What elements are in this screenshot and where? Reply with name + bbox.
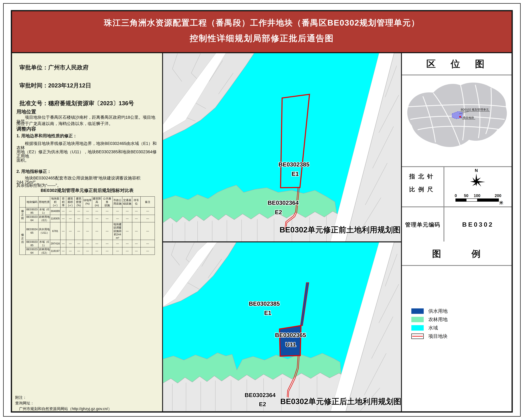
table-group-label: 修正后: [19, 222, 26, 255]
table-cell: —: [75, 240, 83, 247]
approval-doc: 批准文号：穗府番规划资源审〔2023〕136号: [19, 100, 134, 107]
scale-tick-50: 50: [463, 193, 469, 198]
table-cell: —: [102, 247, 113, 255]
table-cell: —: [60, 222, 66, 240]
label-e1: E1: [292, 170, 299, 177]
legend-item: 项目地块: [411, 333, 448, 339]
scale-label: 比例尺: [402, 185, 444, 193]
legend-plot-line: [412, 336, 423, 336]
table-cell: —: [140, 222, 155, 240]
table-title: BE0302规划管理单元修正前后规划指标对比表: [12, 187, 162, 193]
table-header-cell: 建筑 面积 (㎡): [66, 196, 75, 207]
adjust-item2-line2: 其余指标控制为“——”。: [17, 183, 158, 187]
legend-label: 项目地块: [428, 333, 448, 339]
legend-label: 供水用地: [428, 308, 448, 314]
table-cell: —: [75, 222, 83, 240]
table-cell: —: [132, 247, 140, 255]
approval-unit: 审批单位：广州市人民政府: [19, 64, 88, 71]
table-cell: —: [132, 222, 140, 240]
table-cell: —: [102, 215, 113, 222]
table-cell: —: [75, 247, 83, 255]
adjust-item1-line2: 用地（E2）修正为供水用地（U11），地块BE0302385和地块BE03023…: [17, 150, 158, 158]
table-cell: —: [75, 207, 83, 215]
compare-table: 地块编码用地性质地块面积 (㎡)容积 率建筑 面积 (㎡)建筑 密度 (%)绿地…: [19, 196, 155, 255]
table-cell: 6781: [50, 222, 60, 240]
table-cell: —: [83, 222, 92, 240]
scale-tick-200: 200: [494, 193, 502, 198]
legend-swatch: [411, 325, 424, 331]
table-cell: —: [83, 215, 92, 222]
north-arrow-label: 指北针: [402, 173, 444, 180]
page-title-line2: 控制性详细规划局部修正批后通告图: [12, 33, 512, 44]
table-row: BE0302364农林用地（E2）118305——————————: [19, 215, 155, 222]
table-header-cell: 备注: [140, 196, 155, 207]
info-panel: 审批单位：广州市人民政府 审批时间：2023年12月12日 批准文号：穗府番规划…: [12, 53, 162, 411]
divider-loc-map: [402, 166, 512, 167]
table-cell: —: [83, 247, 92, 255]
map-before-caption: BE0302单元修正前土地利用规划图: [279, 225, 401, 234]
notes-title: 附注：: [15, 395, 158, 400]
table-cell: —: [92, 247, 102, 255]
adjust-item1-line3: 面积。: [17, 158, 158, 162]
table-header-cell: [19, 196, 26, 207]
table-cell: —: [140, 247, 155, 255]
divider-header: [12, 52, 512, 53]
location-heading: 用地位置: [17, 109, 36, 115]
table-cell: —: [102, 207, 113, 215]
compass-nw-spike: [472, 177, 476, 182]
table-header-cell: 地块编码: [26, 196, 38, 207]
divider-maps-sidebar: [401, 52, 402, 411]
legend-swatch: [411, 317, 424, 322]
table-cell: —: [60, 247, 66, 255]
table-cell: —: [122, 222, 132, 240]
table-header-cell: 建筑限高 (m): [92, 196, 102, 207]
table-header-cell: 用地性质: [38, 196, 50, 207]
table-cell: —: [140, 240, 155, 247]
table-cell: —: [132, 207, 140, 215]
location-map: BD0102 规划管理单元 项目地块: [402, 75, 512, 166]
table-cell: —: [102, 240, 113, 247]
adjust-item1-title: 1. 用地边界和用地性质的修正：: [17, 133, 158, 139]
compass-rose: N: [464, 168, 488, 191]
label-e2: E2: [275, 209, 282, 215]
table-cell: BE0302465: [26, 222, 38, 240]
adjust-item1-line1: 根据项目地块界线修正地块用地边界，地块BE0302465由水域（E1）和农林: [17, 141, 158, 150]
unit-label: BD0102 规划管理单元: [461, 108, 489, 111]
table-header-cell: 交通基 础设施: [122, 196, 132, 207]
table-row: 修正前BE0302385水域（E1）304089——————————: [19, 207, 155, 215]
table-cell: —: [122, 207, 132, 215]
label-be0302364: BE0302364: [245, 392, 276, 398]
label-e1: E1: [264, 310, 271, 316]
table-cell: —: [83, 207, 92, 215]
table-header-cell: 停车位: [132, 196, 140, 207]
location-text-line2: 围位于广龙高速以南，海鸥公路以东，临近狮子洋。: [17, 121, 158, 126]
table-row: BE0302364农林用地（E2）118197——————————: [19, 247, 155, 255]
table-cell: —: [113, 215, 122, 222]
table-cell: 118305: [50, 215, 60, 222]
table-row: BE0302385水域（E1）297416——————————: [19, 240, 155, 247]
table-cell: —: [132, 240, 140, 247]
legend: 供水用地农林用地水域项目地块: [411, 308, 448, 342]
table-cell: 农林用地（E2）: [38, 215, 50, 222]
label-be0302364: BE0302364: [268, 199, 299, 206]
table-cell: —: [92, 215, 102, 222]
table-cell: BE0302364: [26, 247, 38, 255]
divider-legend-title: [402, 265, 512, 266]
table-cell: —: [83, 240, 92, 247]
table-cell: 水域（E1）: [38, 240, 50, 247]
table-cell: —: [122, 247, 132, 255]
site-label: 项目地块: [463, 116, 474, 119]
table-header-cell: 容积 率: [60, 196, 66, 207]
legend-label: 水域: [428, 325, 438, 331]
page-title-line1: 珠江三角洲水资源配置工程（番禺段）工作井地块（番禺区BE0302规划管理单元）: [12, 17, 512, 28]
table-cell: —: [122, 215, 132, 222]
unit-code-value: BE0302: [444, 221, 512, 228]
table-cell: —: [66, 207, 75, 215]
site-dot: [459, 116, 461, 118]
legend-item: 农林用地: [411, 317, 448, 322]
table-cell: —: [66, 247, 75, 255]
unit-code-label: 管理单元编码: [402, 221, 444, 228]
notes-url-label: 查询网址：: [15, 400, 158, 406]
legend-swatch: [411, 334, 424, 339]
table-cell: 118197: [50, 247, 60, 255]
